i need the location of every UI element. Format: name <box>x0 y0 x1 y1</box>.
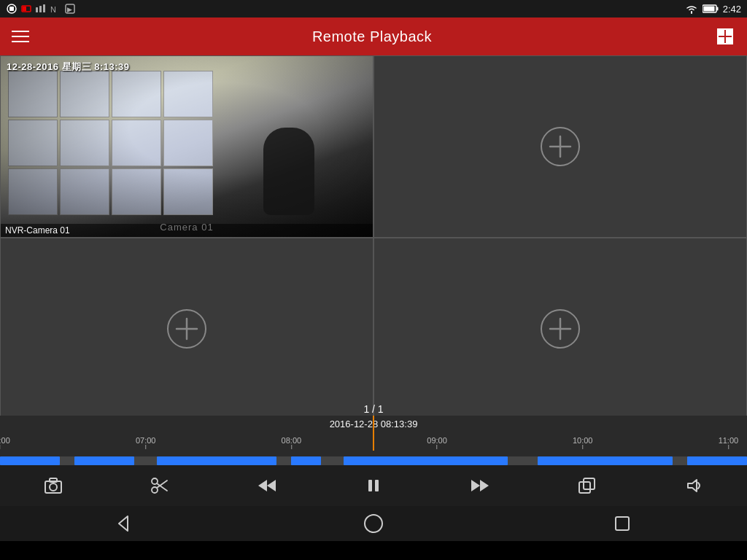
add-camera-icon-2 <box>538 125 582 168</box>
pause-button[interactable] <box>355 470 392 502</box>
svg-point-23 <box>50 483 57 491</box>
forward-button[interactable] <box>462 470 498 502</box>
status-icon-3 <box>35 3 47 15</box>
svg-rect-35 <box>579 482 590 493</box>
svg-rect-36 <box>584 478 595 489</box>
clock-display: 2:42 <box>723 4 741 15</box>
svg-rect-31 <box>368 480 372 491</box>
svg-point-39 <box>365 515 382 532</box>
status-icon-2 <box>20 3 32 15</box>
status-icons-right: 2:42 <box>685 3 741 15</box>
status-bar: N ▶ 2:42 <box>0 0 747 18</box>
volume-button[interactable] <box>676 470 712 502</box>
status-icon-1 <box>6 3 18 15</box>
status-icon-5: ▶ <box>64 3 76 15</box>
timeline-tick: 09:00 <box>427 436 447 449</box>
timeline-segment <box>538 456 672 465</box>
video-cell-cam4[interactable] <box>374 238 747 420</box>
timeline-segment <box>74 456 134 465</box>
video-cell-cam1[interactable]: 12-28-2016 星期三 8:13:39 Camera 01 NVR-Cam… <box>0 55 374 238</box>
top-bar: Remote Playback <box>0 18 747 55</box>
svg-rect-12 <box>703 7 714 12</box>
menu-button[interactable] <box>12 31 29 42</box>
timeline-tick: 11:00 <box>719 436 739 449</box>
cam1-channel-name: NVR-Camera 01 <box>1 224 373 237</box>
battery-icon <box>703 4 719 14</box>
timeline-cursor <box>373 416 374 451</box>
timeline-segment <box>687 456 747 465</box>
recents-button[interactable] <box>611 512 634 535</box>
video-cell-cam2[interactable] <box>374 55 747 238</box>
svg-marker-38 <box>119 516 128 531</box>
svg-marker-37 <box>688 480 697 491</box>
clip-button[interactable] <box>142 470 178 502</box>
video-cell-cam3[interactable] <box>0 238 374 420</box>
home-button[interactable] <box>362 512 385 535</box>
timeline-tick: 10:00 <box>573 436 593 449</box>
svg-marker-34 <box>480 480 489 491</box>
timeline-track[interactable] <box>0 456 747 465</box>
timeline-tick: 06:00 <box>0 436 10 449</box>
svg-rect-5 <box>39 6 42 12</box>
svg-rect-6 <box>43 4 45 12</box>
toolbar <box>0 465 747 506</box>
svg-rect-40 <box>616 517 629 530</box>
rewind-button[interactable] <box>249 470 285 502</box>
status-icon-4: N <box>50 3 61 15</box>
svg-rect-3 <box>23 7 26 11</box>
nav-bar <box>0 506 747 541</box>
svg-marker-29 <box>267 480 276 491</box>
svg-rect-24 <box>50 478 57 482</box>
svg-rect-11 <box>716 7 718 11</box>
svg-text:▶: ▶ <box>67 6 72 13</box>
timeline-tick: 08:00 <box>282 436 302 449</box>
page-title: Remote Playback <box>312 28 432 45</box>
svg-rect-32 <box>375 480 379 491</box>
back-button[interactable] <box>113 512 136 535</box>
svg-rect-1 <box>9 7 14 11</box>
status-icons-left: N ▶ <box>6 3 76 15</box>
svg-marker-30 <box>258 480 267 491</box>
cam1-timestamp: 12-28-2016 星期三 8:13:39 <box>7 61 130 74</box>
add-camera-icon-4 <box>538 307 582 351</box>
svg-marker-33 <box>471 480 480 491</box>
svg-text:N: N <box>50 5 56 14</box>
timeline-segment <box>157 456 276 465</box>
timeline-tick: 07:00 <box>136 436 156 449</box>
timeline-segment <box>291 456 321 465</box>
video-grid: 12-28-2016 星期三 8:13:39 Camera 01 NVR-Cam… <box>0 55 747 420</box>
svg-rect-4 <box>36 7 38 12</box>
screenshot-button[interactable] <box>35 470 71 502</box>
wifi-icon <box>685 3 698 15</box>
timeline-area[interactable]: 2016-12-28 08:13:39 06:0007:0008:0009:00… <box>0 416 747 465</box>
add-camera-icon-3 <box>165 307 209 351</box>
timeline-segment <box>0 456 60 465</box>
layout-button[interactable] <box>715 26 735 47</box>
copy-button[interactable] <box>569 470 605 502</box>
timeline-segment <box>344 456 508 465</box>
